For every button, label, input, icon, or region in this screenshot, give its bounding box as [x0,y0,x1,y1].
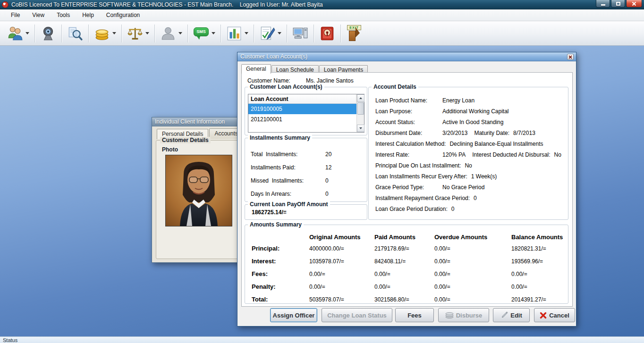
statusbar: Status [0,336,644,343]
account-details-title: Account Details [372,84,418,90]
maximize-button[interactable] [611,0,625,8]
fees-button[interactable]: Fees [395,308,434,322]
dropdown-arrow-icon [145,32,149,34]
detail-value: 3/20/2013 [442,130,467,136]
detail-row: Interest Rate: 120% PA Interest Deducted… [375,149,565,160]
column-header: Overdue Amounts [434,234,511,241]
dropdown-arrow-icon [245,32,248,34]
officer-toolbar-button[interactable] [158,23,185,44]
amounts-row-principal: Principal: 4000000.00/= 2179178.69/= 0.0… [252,242,566,255]
detail-value: 8/7/2013 [513,130,535,136]
tab-general[interactable]: General [241,64,271,74]
payoff-title: Current Loan PayOff Amount [248,201,330,208]
application-window: CoBIS Licenced To ENTERPRISE SOFTWARE & … [0,0,644,343]
toolbar-separator [220,25,221,42]
payoff-group: Current Loan PayOff Amount 1862725.14/= [245,204,367,220]
row-label: Total: [252,296,309,303]
sms-toolbar-button[interactable]: SMS [191,23,218,44]
edit-pencil-icon [500,311,508,319]
exit-toolbar-button[interactable]: EXIT [344,23,364,44]
scroll-down-button[interactable] [357,125,364,132]
dropdown-arrow-icon [212,32,215,34]
money-toolbar-button[interactable] [92,23,119,44]
detail-label: Loan Grace Period Duration: [375,206,451,212]
workstation-toolbar-button[interactable] [290,23,311,44]
detail-label: Account Status: [375,119,442,125]
installments-summary-group: Installments Summary Total Installments:… [245,138,367,202]
toolbar-separator [187,25,188,42]
stat-label: Total Installments: [251,151,325,158]
app-title: CoBIS Licenced To ENTERPRISE SOFTWARE & … [11,1,323,8]
customer-name-label: Customer Name: [247,77,306,84]
client-window-title: Individual Client Information [155,118,225,125]
menu-help[interactable]: Help [77,10,99,20]
assign-officer-button[interactable]: Assign Officer [270,308,317,322]
cancel-x-icon [540,312,547,319]
loan-account-row[interactable]: 2012100001 [248,114,356,125]
loan-window-close-icon [568,55,572,59]
detail-label: Interest Calculation Method: [375,141,449,147]
amount-cell: 5035978.07/= [309,296,374,303]
column-header: Balance Amounts [511,234,566,241]
amount-cell: 2014391.27/= [511,296,566,303]
close-icon [632,1,636,6]
cancel-button[interactable]: Cancel [534,308,575,322]
edit-button[interactable]: Edit [493,308,530,322]
vault-toolbar-button[interactable] [317,23,338,44]
change-loan-status-button[interactable]: Change Loan Status [322,308,392,322]
amount-cell: 0.00/= [511,284,566,290]
amount-cell: 0.00/= [374,271,434,277]
detail-value: Declining Balance-Equal Installments [449,141,543,147]
general-tab-page: Customer Name: Ms. Jacline Santos Custom… [241,72,573,307]
webcam-toolbar-button[interactable] [38,23,59,44]
toolbar-separator [88,25,89,42]
minimize-button[interactable] [596,0,610,8]
search-toolbar-button[interactable] [65,23,85,44]
toolbar-separator [254,25,254,42]
clients-toolbar-button[interactable] [5,23,32,44]
detail-value: 120% PA [442,151,466,158]
row-label: Fees: [252,270,309,277]
loan-account-row[interactable]: 2019100005 [248,104,356,114]
amount-cell: 0.00/= [511,271,566,277]
approvals-toolbar-button[interactable] [257,23,284,44]
amount-cell: 0.00/= [434,271,511,277]
amounts-row-interest: Interest: 1035978.07/= 842408.11/= 0.00/… [252,255,566,268]
list-scrollbar[interactable] [356,94,364,132]
close-button[interactable] [626,0,642,8]
menu-tools[interactable]: Tools [51,10,75,20]
account-details-rows: Loan Product Name: Energy Loan Loan Purp… [375,95,565,214]
chart-icon [226,25,242,42]
account-details-group: Account Details Loan Product Name: Energ… [368,87,568,220]
scales-toolbar-button[interactable] [125,23,152,44]
column-header: Paid Amounts [374,234,434,241]
detail-row: Loan Purpose: Additional Working Capital [375,106,565,117]
reports-toolbar-button[interactable] [224,23,251,44]
detail-label: Principal Due On Last Installment: [375,162,465,169]
customer-photo [165,155,232,226]
detail-value: 1 Week(s) [471,173,497,180]
stat-label: Days In Arrears: [251,191,325,197]
loan-account-column-header[interactable]: Loan Account [248,94,356,104]
dropdown-arrow-icon [178,32,182,34]
amount-cell: 0.00/= [434,296,511,303]
disburse-button[interactable]: Disburse [438,308,489,322]
loan-window-title: Customer Loan Account(s) [240,53,307,60]
amount-cell: 193569.96/= [511,258,566,265]
loan-window-close-button[interactable] [567,54,574,60]
menubar: File View Tools Help Configuration [0,9,644,21]
amount-cell: 3021586.80/= [374,296,434,303]
app-titlebar[interactable]: CoBIS Licenced To ENTERPRISE SOFTWARE & … [0,0,644,9]
menu-configuration[interactable]: Configuration [101,10,145,20]
loan-account-list-body: Loan Account 2019100005 2012100001 [248,94,356,132]
stat-label: Missed Installments: [251,177,325,184]
loan-window-titlebar[interactable]: Customer Loan Account(s) [237,52,576,61]
detail-row: Grace Period Type: No Grace Period [375,182,565,192]
menu-file[interactable]: File [6,10,25,20]
dropdown-arrow-icon [112,32,116,34]
installment-stat-row: Days In Arrears: 0 [251,187,363,201]
scroll-up-button[interactable] [357,94,364,102]
menu-view[interactable]: View [27,10,50,20]
scrollbar-thumb[interactable] [357,102,364,115]
person-icon [160,25,176,42]
